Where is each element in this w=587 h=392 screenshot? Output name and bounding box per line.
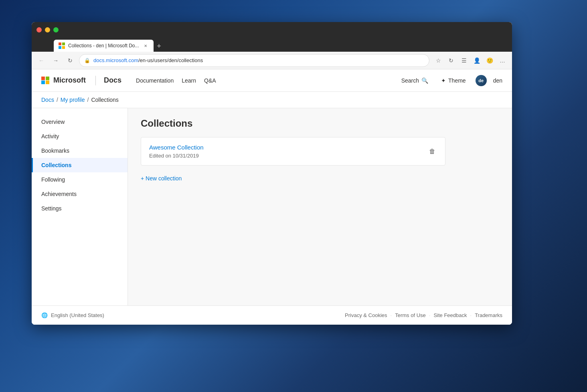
microsoft-logo[interactable]: Microsoft <box>41 76 86 85</box>
close-button[interactable] <box>36 27 42 32</box>
collection-date: Edited on 10/31/2019 <box>149 153 204 159</box>
tab-bar: Collections - den | Microsoft Do... ✕ + <box>32 37 512 52</box>
breadcrumb-sep-2: / <box>87 97 89 103</box>
delete-collection-button[interactable]: 🗑 <box>427 146 437 157</box>
ms-sq-blue <box>41 81 45 84</box>
sidebar-item-collections[interactable]: Collections <box>32 158 128 172</box>
new-tab-button[interactable]: + <box>154 40 165 52</box>
forward-button[interactable]: → <box>50 55 61 66</box>
feedback-link[interactable]: Site Feedback <box>433 312 467 318</box>
docs-link[interactable]: Docs <box>104 76 121 85</box>
main-layout: Overview Activity Bookmarks Collections … <box>32 108 512 305</box>
lock-icon: 🔒 <box>84 58 90 63</box>
theme-label: Theme <box>448 77 466 84</box>
privacy-link[interactable]: Privacy & Cookies <box>345 312 387 318</box>
microsoft-label: Microsoft <box>53 76 86 85</box>
refresh-icon[interactable]: ↻ <box>445 55 457 66</box>
user-name-label[interactable]: den <box>493 77 502 84</box>
collections-icon[interactable]: ☰ <box>458 55 470 66</box>
new-collection-button[interactable]: + New collection <box>141 172 499 185</box>
ms-sq-green <box>46 77 49 80</box>
tab-title: Collections - den | Microsoft Do... <box>68 43 139 48</box>
qa-link[interactable]: Q&A <box>201 76 219 85</box>
documentation-link[interactable]: Documentation <box>133 76 177 85</box>
sidebar-item-bookmarks[interactable]: Bookmarks <box>32 143 128 158</box>
sidebar-item-settings[interactable]: Settings <box>32 201 128 216</box>
breadcrumb-current: Collections <box>91 97 118 103</box>
sidebar-item-overview[interactable]: Overview <box>32 115 128 129</box>
svg-rect-0 <box>59 42 61 45</box>
collection-name-link[interactable]: Awesome Collection <box>149 144 204 151</box>
more-icon[interactable]: … <box>497 55 508 66</box>
collection-card: Awesome Collection Edited on 10/31/2019 … <box>141 137 445 166</box>
site-footer: 🌐 English (United States) Privacy & Cook… <box>32 305 512 325</box>
page-title: Collections <box>141 118 499 129</box>
breadcrumb-sep-1: / <box>57 97 58 103</box>
tab-favicon <box>59 42 65 49</box>
learn-link[interactable]: Learn <box>178 76 199 85</box>
footer-right: Privacy & Cookies · Terms of Use · Site … <box>345 312 502 318</box>
breadcrumb-profile-link[interactable]: My profile <box>61 97 85 103</box>
theme-button[interactable]: ✦ Theme <box>438 76 469 85</box>
sidebar: Overview Activity Bookmarks Collections … <box>32 108 128 305</box>
footer-left: 🌐 English (United States) <box>41 312 104 318</box>
sidebar-item-achievements[interactable]: Achievements <box>32 187 128 201</box>
emoji-icon[interactable]: 🙂 <box>484 55 495 66</box>
minimize-button[interactable] <box>45 27 50 32</box>
ms-sq-red <box>41 77 45 80</box>
breadcrumb: Docs / My profile / Collections <box>32 92 512 108</box>
sidebar-item-activity[interactable]: Activity <box>32 129 128 143</box>
reload-button[interactable]: ↻ <box>65 55 76 66</box>
theme-icon: ✦ <box>441 77 446 84</box>
profile-icon[interactable]: 👤 <box>471 55 482 66</box>
toolbar-icons: ☆ ↻ ☰ 👤 🙂 … <box>433 55 508 66</box>
url-bar[interactable]: 🔒 docs.microsoft.com/en-us/users/den/col… <box>79 54 429 67</box>
header-right: Search 🔍 ✦ Theme de den <box>398 75 502 86</box>
breadcrumb-docs-link[interactable]: Docs <box>41 97 54 103</box>
user-avatar[interactable]: de <box>476 75 487 86</box>
fullscreen-button[interactable] <box>53 27 59 32</box>
favorites-icon[interactable]: ☆ <box>433 55 444 66</box>
svg-rect-2 <box>59 46 61 49</box>
collection-info: Awesome Collection Edited on 10/31/2019 <box>149 144 204 159</box>
search-icon: 🔍 <box>421 77 428 84</box>
terms-link[interactable]: Terms of Use <box>395 312 426 318</box>
search-label: Search <box>401 77 419 84</box>
page-content: Microsoft Docs Documentation Learn Q&A S… <box>32 69 512 325</box>
globe-icon: 🌐 <box>41 312 48 318</box>
nav-links: Documentation Learn Q&A <box>133 76 219 85</box>
sidebar-item-following[interactable]: Following <box>32 172 128 187</box>
locale-label: English (United States) <box>51 312 104 318</box>
browser-window: Collections - den | Microsoft Do... ✕ + … <box>32 22 512 325</box>
back-button[interactable]: ← <box>36 55 47 66</box>
url-text: docs.microsoft.com/en-us/users/den/colle… <box>93 57 203 63</box>
ms-sq-yellow <box>46 81 49 84</box>
trademarks-link[interactable]: Trademarks <box>475 312 502 318</box>
ms-grid-icon <box>41 77 49 85</box>
active-tab[interactable]: Collections - den | Microsoft Do... ✕ <box>54 40 154 52</box>
site-header: Microsoft Docs Documentation Learn Q&A S… <box>32 69 512 92</box>
logo-divider <box>95 76 96 85</box>
svg-rect-3 <box>62 46 65 49</box>
title-bar <box>32 22 512 37</box>
tab-close-button[interactable]: ✕ <box>142 42 149 49</box>
svg-rect-1 <box>62 42 65 45</box>
address-bar: ← → ↻ 🔒 docs.microsoft.com/en-us/users/d… <box>32 52 512 69</box>
search-button[interactable]: Search 🔍 <box>398 76 431 85</box>
main-content: Collections Awesome Collection Edited on… <box>128 108 512 305</box>
